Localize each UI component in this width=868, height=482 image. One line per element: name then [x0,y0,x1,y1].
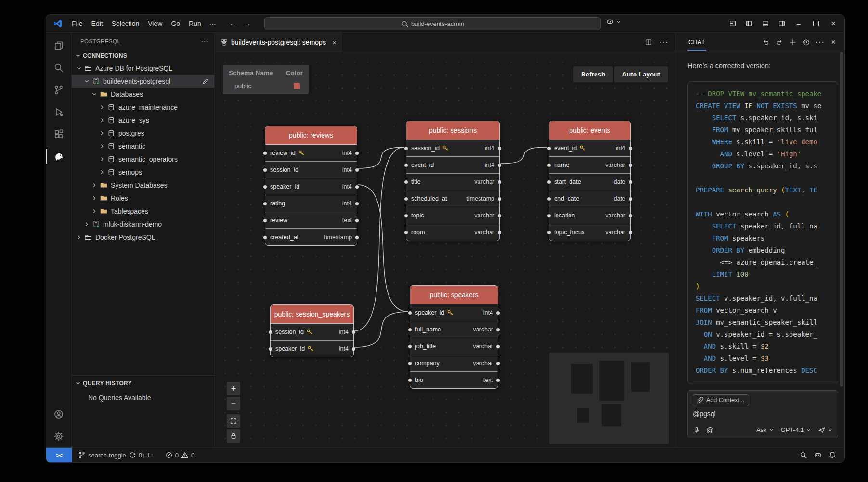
close-chat-button[interactable]: × [827,36,840,49]
chevron-right-icon[interactable] [98,104,106,111]
table-session_speakers[interactable]: public: session_speakerssession_idint4sp… [270,304,354,357]
toggle-panel-button[interactable] [759,17,772,30]
zoom-out-button[interactable]: − [227,397,240,410]
chevron-right-icon[interactable] [98,169,106,176]
activity-item-run-and-debug[interactable] [46,101,71,123]
table-sessions[interactable]: public: sessionssession_idint4event_idin… [406,121,500,241]
undo-button[interactable] [760,36,772,49]
chat-mode-dropdown[interactable]: Ask [756,426,774,433]
nav-back-icon[interactable]: ← [227,17,239,30]
table-speakers[interactable]: public: speakersspeaker_idint4full_namev… [410,285,498,389]
notifications-bell-button[interactable] [825,451,840,459]
tree-item-tablespaces[interactable]: Tablespaces [72,204,214,217]
menu-run[interactable]: Run [184,18,206,29]
customize-layout-button[interactable] [726,17,739,30]
edit-connection-button[interactable] [202,77,209,85]
activity-item-accounts[interactable] [46,403,71,425]
send-button[interactable] [818,426,833,434]
chevron-right-icon[interactable] [90,208,99,215]
chevron-right-icon[interactable] [98,117,106,124]
nav-forward-icon[interactable]: → [241,17,254,30]
minimize-button[interactable]: – [791,17,806,30]
chat-input-box[interactable]: Add Context... @pgsql @ Ask [687,390,838,438]
tree-item-docker-postgresql[interactable]: Docker PostgreSQL [72,230,214,243]
auto-layout-button[interactable]: Auto Layout [614,66,668,82]
copilot-menu-button[interactable] [606,18,621,25]
tab-semops-diagram[interactable]: buildevents-postgresql: semops × [215,33,342,52]
tree-item-azure-db-for-postgresql[interactable]: Azure DB for PostgreSQL [72,62,214,75]
lock-diagram-button[interactable] [227,429,240,443]
editor-more-actions[interactable]: ··· [657,36,671,49]
chevron-right-icon[interactable] [75,234,83,241]
model-picker-dropdown[interactable]: GPT-4.1 [781,426,811,433]
tree-item-semantic-operators[interactable]: semantic_operators [72,152,214,165]
maximize-button[interactable] [809,17,823,30]
code-line: JOIN mv_semantic_speaker_skill [696,317,838,329]
chat-more-actions[interactable]: ··· [814,36,826,49]
command-center-search[interactable]: build-events-admin [264,17,601,30]
redo-button[interactable] [773,36,786,49]
zoom-in-button[interactable]: + [227,382,240,395]
diagram-minimap[interactable] [549,353,669,444]
chat-input-value[interactable]: @pgsql [693,410,833,418]
menu-selection[interactable]: Selection [107,18,144,29]
activity-item-postgresql[interactable] [46,145,71,167]
problems-status-item[interactable]: 0 0 [162,448,198,462]
tree-item-semops[interactable]: semops [72,165,214,178]
menu-overflow[interactable]: ··· [206,18,220,29]
remote-indicator[interactable]: >< [46,448,72,462]
chevron-down-icon[interactable] [82,78,91,85]
split-editor-button[interactable] [642,36,655,49]
chevron-right-icon[interactable] [98,156,106,163]
chevron-right-icon[interactable] [82,221,91,228]
add-context-button[interactable]: Add Context... [693,394,749,406]
activity-item-explorer[interactable] [46,35,71,57]
chat-history-button[interactable] [800,36,813,49]
mention-button[interactable]: @ [706,426,713,434]
query-history-header[interactable]: QUERY HISTORY [72,378,214,389]
mic-button[interactable] [693,426,700,434]
activity-item-extensions[interactable] [46,123,71,145]
chevron-right-icon[interactable] [98,143,106,150]
er-diagram-canvas[interactable]: Schema Name Color public Refresh Auto La… [215,52,675,447]
tree-item-buildevents-postgresql[interactable]: buildevents-postgresql [72,75,214,88]
tree-item-databases[interactable]: Databases [72,88,214,101]
menu-edit[interactable]: Edit [87,18,107,29]
chat-scrollbar[interactable] [840,52,843,386]
table-events[interactable]: public: eventsevent_idint4namevarcharsta… [549,121,631,241]
copilot-status-button[interactable] [811,451,825,459]
toggle-sidebar-left-button[interactable] [742,17,756,30]
tab-close-icon[interactable]: × [332,38,337,47]
tree-item-azure-sys[interactable]: azure_sys [72,114,214,127]
chevron-down-icon[interactable] [75,65,83,72]
activity-item-search[interactable] [46,57,71,79]
zoom-fit-button[interactable] [227,414,240,428]
sidebar-more-actions[interactable]: ··· [202,38,209,44]
tree-item-roles[interactable]: Roles [72,191,214,204]
activity-item-settings[interactable] [46,425,71,447]
tree-item-postgres[interactable]: postgres [72,127,214,140]
toggle-sidebar-right-button[interactable] [775,17,789,30]
menu-file[interactable]: File [67,18,87,29]
tree-item-system-databases[interactable]: System Databases [72,178,214,191]
chevron-down-icon[interactable] [90,91,99,98]
tree-item-mluk-diskann-demo[interactable]: mluk-diskann-demo [72,217,214,230]
activity-item-source-control[interactable] [46,79,71,101]
refresh-button[interactable]: Refresh [573,66,613,82]
close-window-button[interactable]: × [826,17,841,30]
zoom-status-button[interactable] [796,451,811,459]
tree-item-semantic[interactable]: semantic [72,140,214,152]
menu-go[interactable]: Go [167,18,184,29]
menu-view[interactable]: View [143,18,167,29]
titlebar: FileEditSelectionViewGoRun ··· ← → build… [46,15,844,33]
table-reviews[interactable]: public: reviewsreview_idint4session_idin… [265,126,357,246]
tab-chat[interactable]: CHAT [687,34,706,51]
connections-section-header[interactable]: CONNECTIONS [72,50,214,62]
branch-status-item[interactable]: search-toggle 0↓ 1↑ [75,448,157,462]
chevron-right-icon[interactable] [90,182,99,189]
chevron-right-icon[interactable] [90,195,99,202]
port [498,147,501,150]
tree-item-azure-maintenance[interactable]: azure_maintenance [72,101,214,114]
new-chat-button[interactable] [787,36,799,49]
chevron-right-icon[interactable] [98,130,106,137]
